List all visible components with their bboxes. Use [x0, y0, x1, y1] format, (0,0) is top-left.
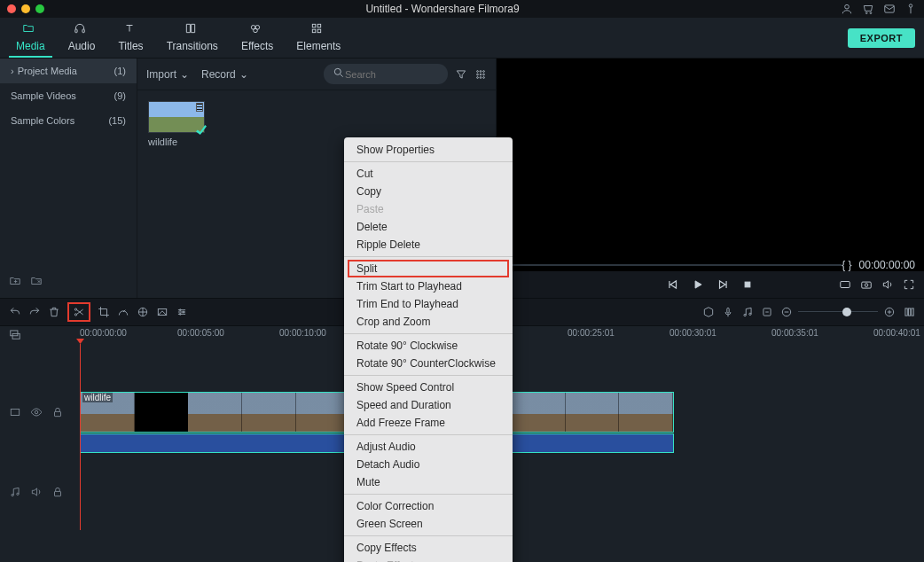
svg-rect-44: [11, 331, 18, 336]
crop-icon[interactable]: [98, 306, 110, 318]
account-icon[interactable]: [841, 3, 853, 15]
menu-item-trim-start-to-playhead[interactable]: Trim Start to Playhead: [344, 277, 513, 295]
delete-icon[interactable]: [48, 306, 60, 318]
snapshot-icon[interactable]: [860, 278, 873, 291]
import-dropdown[interactable]: Import⌄: [146, 68, 189, 81]
tab-titles[interactable]: Titles: [111, 19, 150, 58]
fullscreen-icon[interactable]: [903, 278, 915, 291]
titlebar: Untitled - Wondershare Filmora9: [0, 0, 924, 18]
menu-item-detach-audio[interactable]: Detach Audio: [344, 456, 513, 473]
menu-item-speed-and-duration[interactable]: Speed and Duration: [344, 396, 513, 414]
tab-label: Effects: [241, 40, 273, 52]
menu-item-show-speed-control[interactable]: Show Speed Control: [344, 379, 513, 396]
menu-item-show-properties[interactable]: Show Properties: [344, 141, 513, 159]
tab-label: Audio: [68, 40, 96, 52]
media-item[interactable]: wildlife: [148, 101, 207, 147]
preview-scrubber[interactable]: [505, 264, 842, 266]
sidebar-item-sample-colors[interactable]: Sample Colors (15): [0, 108, 137, 133]
menu-item-green-screen[interactable]: Green Screen: [344, 515, 513, 533]
new-folder-icon[interactable]: [9, 275, 21, 287]
svg-rect-5: [75, 29, 77, 33]
cart-icon[interactable]: [862, 3, 874, 15]
split-button-highlight: [67, 302, 90, 322]
video-track-icon[interactable]: [9, 406, 21, 418]
tab-elements[interactable]: Elements: [289, 19, 348, 58]
save-project-icon[interactable]: [30, 275, 43, 287]
search-field[interactable]: [345, 69, 439, 80]
lock-icon[interactable]: [51, 486, 64, 498]
audio-icon[interactable]: [741, 306, 754, 318]
greenscreen-icon[interactable]: [156, 306, 168, 318]
redo-icon[interactable]: [28, 306, 41, 318]
svg-rect-45: [12, 333, 20, 339]
lock-icon[interactable]: [51, 406, 64, 418]
ruler-tick: 00:00:35:01: [771, 328, 818, 338]
timeline-settings-icon[interactable]: [903, 306, 915, 318]
grid-view-icon[interactable]: [474, 68, 487, 81]
export-button[interactable]: EXPORT: [848, 28, 915, 48]
search-input[interactable]: [324, 64, 448, 84]
minimize-window[interactable]: [21, 4, 30, 13]
prev-frame-button[interactable]: [667, 278, 679, 291]
menu-item-color-correction[interactable]: Color Correction: [344, 497, 513, 515]
playhead[interactable]: [80, 344, 81, 530]
color-icon[interactable]: [137, 306, 149, 318]
menu-item-adjust-audio[interactable]: Adjust Audio: [344, 438, 513, 456]
track-manager-icon[interactable]: [9, 328, 21, 340]
menu-item-ripple-delete[interactable]: Ripple Delete: [344, 236, 513, 254]
svg-point-15: [477, 70, 479, 72]
undo-icon[interactable]: [9, 306, 21, 318]
mixer-icon[interactable]: [702, 306, 715, 318]
notify-icon[interactable]: [904, 3, 917, 15]
menu-item-trim-end-to-playhead[interactable]: Trim End to Playhead: [344, 295, 513, 313]
tab-transitions[interactable]: Transitions: [160, 19, 225, 58]
filter-icon[interactable]: [455, 68, 467, 81]
split-icon[interactable]: [73, 306, 85, 318]
menu-item-copy-effects[interactable]: Copy Effects: [344, 539, 513, 557]
menu-item-cut[interactable]: Cut: [344, 165, 513, 183]
svg-rect-35: [727, 308, 729, 313]
menu-item-split[interactable]: Split: [348, 260, 509, 277]
close-window[interactable]: [7, 4, 16, 13]
folder-icon: [22, 22, 38, 38]
mute-icon[interactable]: [30, 486, 43, 498]
maximize-window[interactable]: [35, 4, 44, 13]
menu-item-mute[interactable]: Mute: [344, 473, 513, 491]
menu-item-delete[interactable]: Delete: [344, 218, 513, 236]
play-button[interactable]: [692, 278, 704, 291]
audio-track-icon[interactable]: [9, 486, 21, 498]
menu-item-copy[interactable]: Copy: [344, 183, 513, 200]
volume-icon[interactable]: [881, 278, 894, 291]
menu-item-rotate-90-counterclockwise[interactable]: Rotate 90° CounterClockwise: [344, 355, 513, 372]
headphones-icon: [74, 22, 90, 38]
tab-effects[interactable]: Effects: [234, 19, 280, 58]
marker-icon[interactable]: [761, 306, 773, 318]
adjust-icon[interactable]: [176, 306, 188, 318]
quality-icon[interactable]: [839, 278, 851, 291]
visibility-icon[interactable]: [30, 406, 43, 418]
zoom-slider[interactable]: [798, 311, 878, 313]
svg-rect-42: [908, 308, 910, 316]
stop-button[interactable]: [741, 278, 754, 291]
preview-viewport[interactable]: [497, 59, 924, 259]
menu-item-rotate-90-clockwise[interactable]: Rotate 90° Clockwise: [344, 337, 513, 355]
tab-audio[interactable]: Audio: [61, 19, 103, 58]
menu-item-crop-and-zoom[interactable]: Crop and Zoom: [344, 313, 513, 331]
zoom-in-icon[interactable]: [883, 306, 896, 318]
voiceover-icon[interactable]: [722, 306, 734, 318]
sidebar-item-project-media[interactable]: ›Project Media (1): [0, 59, 137, 83]
speed-icon[interactable]: [117, 306, 129, 318]
preview-panel: { } 00:00:00:00: [497, 59, 924, 298]
tab-media[interactable]: Media: [9, 19, 52, 58]
zoom-out-icon[interactable]: [780, 306, 793, 318]
svg-point-28: [74, 308, 76, 310]
record-dropdown[interactable]: Record⌄: [201, 68, 248, 81]
tab-label: Media: [16, 40, 45, 52]
next-frame-button[interactable]: [716, 278, 729, 291]
video-icon: [196, 103, 203, 112]
tab-label: Transitions: [167, 40, 218, 52]
sidebar-item-sample-videos[interactable]: Sample Videos (9): [0, 83, 137, 108]
messages-icon[interactable]: [883, 3, 896, 15]
svg-point-29: [74, 314, 76, 316]
menu-item-add-freeze-frame[interactable]: Add Freeze Frame: [344, 414, 513, 432]
